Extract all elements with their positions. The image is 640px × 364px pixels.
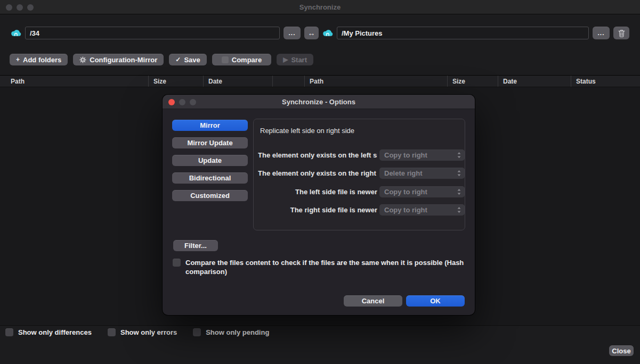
browse-left-button[interactable]: ... xyxy=(283,27,301,39)
mode-update-button[interactable]: Update xyxy=(172,155,248,166)
chevron-up-down-icon xyxy=(457,152,461,159)
table-header: Path Size Date Path Size Date Status xyxy=(0,75,640,87)
main-titlebar: Synchronize xyxy=(0,0,640,14)
rule-left-newer-dropdown[interactable]: Copy to right xyxy=(379,186,465,197)
rule-label: The element only exists on the right s xyxy=(258,169,377,178)
save-label: Save xyxy=(184,56,200,64)
path-row: ... ↔ ... xyxy=(11,26,629,40)
footer-filters: Show only differences Show only errors S… xyxy=(5,328,269,336)
rule-left-only-dropdown[interactable]: Copy to right xyxy=(379,150,465,161)
rule-right-only-dropdown[interactable]: Delete right xyxy=(379,168,465,179)
add-folders-button[interactable]: + Add folders xyxy=(10,54,68,65)
delete-pair-button[interactable] xyxy=(613,27,629,39)
hash-comparison-checkbox[interactable] xyxy=(173,259,181,267)
compare-icon xyxy=(222,56,229,63)
rule-label: The left side file is newer xyxy=(258,188,377,196)
rule-row: The element only exists on the left si C… xyxy=(254,150,465,161)
rule-row: The left side file is newer Copy to righ… xyxy=(254,186,465,197)
start-button[interactable]: ▶ Start xyxy=(277,54,313,65)
cloud-left-icon xyxy=(11,29,21,37)
mode-mirror-button[interactable]: Mirror xyxy=(172,120,248,131)
rule-label: The right side file is newer xyxy=(258,206,377,214)
compare-button[interactable]: Compare xyxy=(212,54,271,65)
cloud-right-icon xyxy=(322,29,333,37)
rule-label: The element only exists on the left si xyxy=(258,151,377,160)
show-only-differences-checkbox[interactable]: Show only differences xyxy=(5,328,92,336)
chevron-up-down-icon xyxy=(457,188,461,195)
gear-icon xyxy=(79,56,86,63)
chevron-up-down-icon xyxy=(457,206,461,213)
show-only-pending-checkbox[interactable]: Show only pending xyxy=(193,328,269,336)
right-path-input[interactable] xyxy=(337,27,589,39)
column-header-size-right[interactable]: Size xyxy=(447,76,498,87)
plus-icon: + xyxy=(16,56,20,63)
trash-icon xyxy=(618,29,625,37)
show-only-errors-checkbox[interactable]: Show only errors xyxy=(108,328,177,336)
column-header-status[interactable]: Status xyxy=(571,76,640,87)
show-only-differences-label: Show only differences xyxy=(18,328,92,336)
rule-right-newer-dropdown[interactable]: Copy to right xyxy=(379,204,465,216)
column-header-size-left[interactable]: Size xyxy=(148,76,203,87)
filter-button[interactable]: Filter... xyxy=(173,240,218,251)
mode-mirror-update-button[interactable]: Mirror Update xyxy=(172,137,248,148)
cancel-button[interactable]: Cancel xyxy=(344,295,402,307)
options-dialog: Synchronize - Options Mirror Mirror Upda… xyxy=(163,95,475,315)
dialog-title: Synchronize - Options xyxy=(163,95,475,109)
dropdown-value: Delete right xyxy=(384,169,457,177)
chevron-up-down-icon xyxy=(457,170,461,177)
show-only-pending-label: Show only pending xyxy=(206,328,269,336)
configuration-label: Configuration-Mirror xyxy=(90,56,157,64)
window-title: Synchronize xyxy=(0,0,640,14)
dropdown-value: Copy to right xyxy=(384,188,457,196)
dialog-titlebar: Synchronize - Options xyxy=(163,95,475,109)
mode-description: Replicate left side on right side xyxy=(260,127,354,135)
dropdown-value: Copy to right xyxy=(384,151,457,159)
save-button[interactable]: ✓ Save xyxy=(169,54,206,65)
browse-right-button[interactable]: ... xyxy=(593,27,610,39)
toolbar: + Add folders Configuration-Mirror ✓ Sa xyxy=(10,54,313,65)
ok-button[interactable]: OK xyxy=(406,295,465,307)
hash-comparison-label: Compare the files content to check if th… xyxy=(185,258,467,276)
left-path-input[interactable] xyxy=(25,27,280,39)
column-header-date-left[interactable]: Date xyxy=(203,76,272,87)
checkbox-icon xyxy=(5,328,13,336)
mode-bidirectional-button[interactable]: Bidirectional xyxy=(172,172,248,184)
add-folders-label: Add folders xyxy=(23,56,61,64)
configuration-button[interactable]: Configuration-Mirror xyxy=(73,54,164,65)
checkbox-icon xyxy=(193,328,201,336)
column-header-blank xyxy=(272,76,304,87)
check-icon: ✓ xyxy=(175,56,181,63)
compare-label: Compare xyxy=(232,56,262,64)
column-header-date-right[interactable]: Date xyxy=(498,76,571,87)
show-only-errors-label: Show only errors xyxy=(120,328,177,336)
close-button[interactable]: Close xyxy=(609,345,634,356)
rule-row: The right side file is newer Copy to rig… xyxy=(254,204,465,216)
start-label: Start xyxy=(291,56,307,64)
column-header-path-left[interactable]: Path xyxy=(0,76,148,87)
mode-options-panel: Replicate left side on right side The el… xyxy=(253,119,465,230)
play-icon: ▶ xyxy=(283,56,288,63)
swap-sides-button[interactable]: ↔ xyxy=(304,27,319,39)
checkbox-icon xyxy=(108,328,116,336)
dropdown-value: Copy to right xyxy=(384,206,457,214)
rule-row: The element only exists on the right s D… xyxy=(254,168,465,179)
column-header-path-right[interactable]: Path xyxy=(304,76,447,87)
main-window: Synchronize ... ↔ ... xyxy=(0,0,640,364)
mode-customized-button[interactable]: Customized xyxy=(172,190,248,201)
